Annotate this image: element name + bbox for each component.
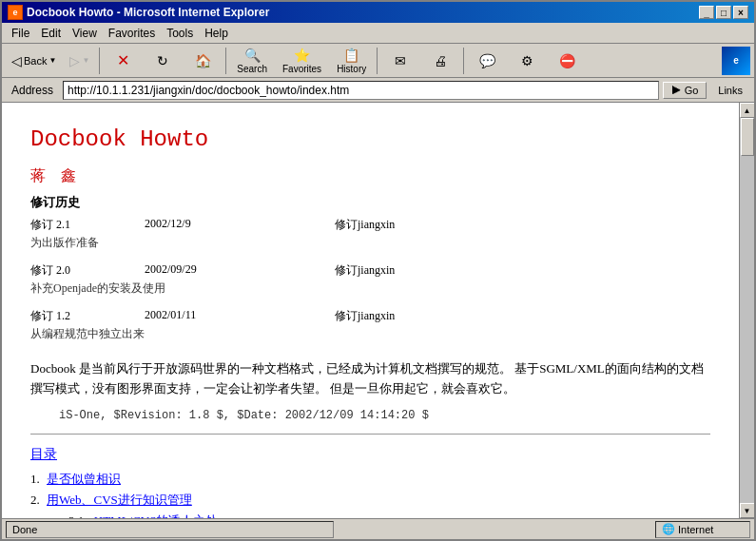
refresh-button[interactable]: ↻ — [144, 50, 182, 71]
address-input[interactable] — [63, 81, 659, 100]
minimize-button[interactable]: _ — [699, 6, 714, 19]
browser-window: e Docbook Howto - Microsoft Internet Exp… — [0, 0, 756, 541]
close-button[interactable]: × — [733, 6, 748, 19]
back-dropdown-icon[interactable]: ▼ — [48, 56, 56, 65]
scrollbar: ▲ ▼ — [739, 103, 754, 518]
rev-author: 修订jiangxin — [335, 217, 710, 233]
links-button[interactable]: Links — [710, 83, 750, 98]
maximize-button[interactable]: □ — [716, 6, 731, 19]
status-bar: Done 🌐 Internet — [2, 518, 754, 539]
table-row: 从编程规范中独立出来 — [30, 326, 710, 352]
extra2-icon: ⛔ — [559, 53, 575, 68]
table-row: 为出版作准备 — [30, 235, 710, 261]
rev-author: 修订jiangxin — [335, 262, 710, 279]
doc-title: Docbook Howto — [30, 126, 710, 152]
address-label: Address — [6, 82, 59, 99]
menu-view[interactable]: View — [67, 25, 103, 42]
title-bar-left: e Docbook Howto - Microsoft Internet Exp… — [8, 5, 269, 20]
extra1-button[interactable]: ⚙ — [508, 50, 546, 71]
rev-id: 修订 2.0 — [30, 262, 145, 279]
toolbar-separator-2 — [225, 48, 226, 74]
code-block: iS-One, $Revision: 1.8 $, $Date: 2002/12… — [59, 409, 682, 422]
search-button[interactable]: 🔍 Search — [230, 45, 274, 77]
search-icon: 🔍 — [244, 48, 261, 63]
menu-edit[interactable]: Edit — [35, 25, 67, 42]
menu-help[interactable]: Help — [199, 25, 234, 42]
revision-table: 修订 2.1 2002/12/9 修订jiangxin 为出版作准备 修订 2.… — [30, 217, 710, 352]
search-label: Search — [237, 64, 267, 74]
scroll-up-button[interactable]: ▲ — [740, 103, 755, 118]
history-icon: 📋 — [343, 48, 359, 63]
rev-author: 修订jiangxin — [335, 308, 710, 324]
menu-file[interactable]: File — [6, 25, 35, 42]
status-done-label: Done — [12, 524, 37, 535]
toolbar-separator-1 — [99, 48, 100, 74]
extra1-icon: ⚙ — [521, 53, 533, 68]
security-label: Internet — [678, 524, 713, 535]
print-icon: 🖨 — [434, 53, 447, 68]
menu-favorites[interactable]: Favorites — [103, 25, 161, 42]
status-text: Done — [6, 521, 334, 538]
security-icon: 🌐 — [662, 523, 675, 535]
print-button[interactable]: 🖨 — [421, 50, 459, 71]
intro-paragraph: Docbook 是当前风行于开放源码世界的一种文档格式，已经成为计算机文档撰写的… — [30, 359, 710, 399]
rev-note: 为出版作准备 — [30, 235, 99, 251]
title-bar-controls: _ □ × — [699, 6, 748, 19]
toolbar: ◁ Back ▼ ▷ ▼ ✕ ↻ 🏠 🔍 Search ⭐ Fa — [2, 44, 754, 78]
rev-id: 修订 2.1 — [30, 217, 145, 233]
rev-note: 从编程规范中独立出来 — [30, 326, 145, 342]
list-item: 1. 是否似曾相识 — [30, 471, 710, 488]
forward-button[interactable]: ▷ ▼ — [64, 49, 95, 72]
ie-logo: e — [722, 47, 750, 75]
favorites-icon: ⭐ — [294, 48, 310, 63]
table-row: 修订 2.1 2002/12/9 修订jiangxin — [30, 217, 710, 233]
stop-icon: ✕ — [117, 51, 129, 69]
history-label: History — [337, 64, 366, 74]
forward-dropdown-icon[interactable]: ▼ — [82, 56, 89, 65]
table-row: 修订 2.0 2002/09/29 修订jiangxin — [30, 262, 710, 279]
toc-title[interactable]: 目录 — [30, 446, 710, 463]
list-item: 2. 用Web、CVS进行知识管理 — [30, 492, 710, 509]
refresh-icon: ↻ — [157, 53, 168, 68]
browser-icon: e — [8, 5, 23, 20]
mail-icon: ✉ — [395, 53, 406, 68]
stop-button[interactable]: ✕ — [104, 48, 142, 72]
address-bar: Address ⯈ Go Links — [2, 78, 754, 103]
window-title: Docbook Howto - Microsoft Internet Explo… — [27, 6, 269, 19]
divider — [30, 434, 710, 435]
extra2-button[interactable]: ⛔ — [548, 50, 586, 71]
rev-id: 修订 1.2 — [30, 308, 145, 324]
status-security: 🌐 Internet — [655, 521, 750, 538]
rev-note: 补充Openjade的安装及使用 — [30, 280, 165, 297]
scroll-thumb[interactable] — [741, 118, 754, 156]
discuss-button[interactable]: 💬 — [468, 50, 506, 71]
favorites-label: Favorites — [282, 64, 321, 74]
menu-tools[interactable]: Tools — [161, 25, 199, 42]
toc-link-2[interactable]: 用Web、CVS进行知识管理 — [47, 493, 192, 507]
back-label: Back — [24, 55, 47, 67]
go-button[interactable]: ⯈ Go — [663, 82, 708, 99]
revision-history-label: 修订历史 — [30, 194, 710, 211]
forward-icon: ▷ — [69, 53, 80, 68]
rev-date: 2002/01/11 — [145, 308, 335, 324]
toc-num: 1. — [30, 472, 40, 486]
home-button[interactable]: 🏠 — [184, 50, 222, 71]
content-area: Docbook Howto 蒋 鑫 修订历史 修订 2.1 2002/12/9 … — [2, 103, 739, 518]
rev-date: 2002/09/29 — [145, 262, 335, 279]
favorites-button[interactable]: ⭐ Favorites — [276, 45, 328, 77]
back-button[interactable]: ◁ Back ▼ — [6, 49, 62, 72]
discuss-icon: 💬 — [479, 53, 495, 68]
scroll-down-button[interactable]: ▼ — [740, 503, 755, 518]
content-wrapper: Docbook Howto 蒋 鑫 修订历史 修订 2.1 2002/12/9 … — [2, 103, 754, 518]
mail-button[interactable]: ✉ — [381, 50, 419, 71]
rev-date: 2002/12/9 — [145, 217, 335, 233]
table-row: 补充Openjade的安装及使用 — [30, 280, 710, 306]
scroll-track[interactable] — [740, 118, 754, 503]
toolbar-separator-3 — [377, 48, 378, 74]
menu-bar: File Edit View Favorites Tools Help — [2, 23, 754, 44]
table-row: 修订 1.2 2002/01/11 修订jiangxin — [30, 308, 710, 324]
toolbar-separator-4 — [463, 48, 464, 74]
back-icon: ◁ — [11, 53, 22, 68]
history-button[interactable]: 📋 History — [330, 45, 373, 77]
toc-link-1[interactable]: 是否似曾相识 — [47, 472, 121, 486]
